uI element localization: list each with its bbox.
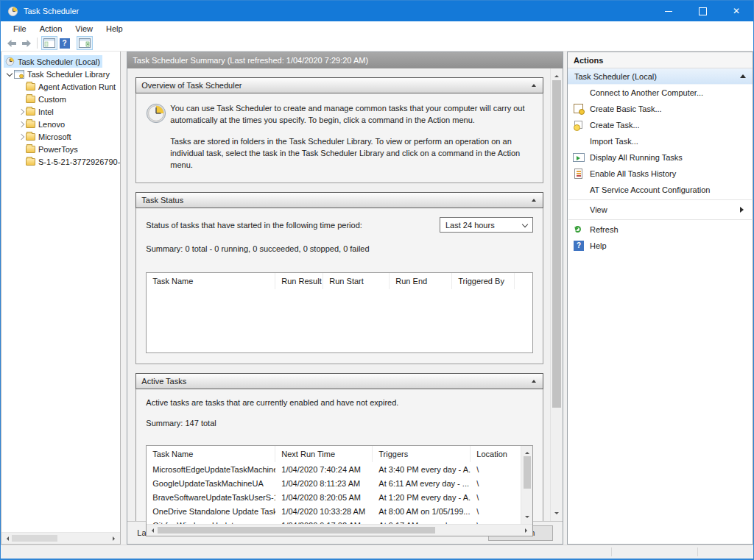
scroll-right-icon[interactable] <box>525 528 529 533</box>
collapse-button[interactable] <box>527 80 540 91</box>
scroll-down-icon[interactable] <box>525 516 529 520</box>
actions-group-header[interactable]: Task Scheduler (Local) <box>568 68 753 85</box>
action-item[interactable]: View <box>568 202 753 218</box>
summary-vertical-scrollbar[interactable] <box>550 68 563 521</box>
tree-item-label: Lenovo <box>38 120 65 129</box>
expander[interactable] <box>4 73 14 76</box>
column-header[interactable]: Triggers <box>373 446 471 462</box>
tree-item-folder[interactable]: Custom <box>1 93 120 105</box>
tree-item-folder[interactable]: Agent Activation Runt <box>1 80 120 93</box>
menu-item[interactable]: File <box>7 24 33 33</box>
show-console-tree-button[interactable] <box>41 36 57 50</box>
tree-item-task-scheduler-library[interactable]: Task Scheduler Library <box>1 68 120 80</box>
task-status-table: Task Name Run Result Run Start Run End T… <box>146 272 533 353</box>
tree-item-task-scheduler-local[interactable]: Task Scheduler (Local) <box>1 55 120 68</box>
window-title: Task Scheduler <box>24 7 79 15</box>
maximize-button[interactable] <box>686 1 719 21</box>
overview-paragraph-2: Tasks are stored in folders in the Task … <box>170 135 532 171</box>
overview-section-header[interactable]: Overview of Task Scheduler <box>135 77 543 93</box>
show-action-pane-button[interactable] <box>77 36 93 50</box>
column-header[interactable]: Run End <box>390 273 452 289</box>
task-status-section-header[interactable]: Task Status <box>135 192 543 208</box>
column-header[interactable]: Run Start <box>323 273 390 289</box>
tree-item-folder[interactable]: Lenovo <box>1 118 120 130</box>
column-header[interactable]: Task Name <box>147 273 275 289</box>
action-item[interactable]: Refresh <box>568 221 753 238</box>
expander[interactable] <box>16 122 26 127</box>
column-header[interactable]: Next Run Time <box>275 446 373 462</box>
action-icon <box>573 119 585 131</box>
scroll-up-icon[interactable] <box>554 73 559 77</box>
scrollbar-thumb[interactable] <box>12 535 57 542</box>
scroll-left-icon[interactable] <box>149 528 154 533</box>
close-button[interactable]: ✕ <box>719 1 753 21</box>
submenu-arrow-icon <box>740 207 747 213</box>
folder-icon <box>26 108 35 116</box>
column-header[interactable]: Triggered By <box>452 273 515 289</box>
table-row[interactable]: GoogleUpdateTaskMachineUA 1/04/2020 8:11… <box>147 476 521 490</box>
collapse-button[interactable] <box>527 195 540 206</box>
summary-header: Task Scheduler Summary (Last refreshed: … <box>127 52 563 68</box>
tree-item-folder[interactable]: PowerToys <box>1 143 120 155</box>
table-row[interactable]: MicrosoftEdgeUpdateTaskMachine... 1/04/2… <box>147 462 521 476</box>
table-horizontal-scrollbar[interactable] <box>147 524 532 536</box>
table-row[interactable]: Git for Windows Updater 1/04/2020 9:17:0… <box>147 518 521 524</box>
folder-icon <box>26 146 35 153</box>
statusbar-divider <box>611 547 612 556</box>
scrollbar-thumb[interactable] <box>552 80 561 408</box>
action-item-wrap: Create Task... <box>568 117 753 133</box>
action-item[interactable]: Enable All Tasks History <box>568 166 753 182</box>
action-item[interactable]: AT Service Account Configuration <box>568 182 753 198</box>
action-icon <box>573 240 585 252</box>
action-item[interactable]: Help <box>568 238 753 254</box>
titlebar: Task Scheduler ✕ <box>1 1 753 21</box>
task-status-section: Task Status Status of tasks that have st… <box>135 192 543 364</box>
scroll-right-icon[interactable] <box>113 536 117 541</box>
cell-triggers: At 8:00 AM on 1/05/199... <box>373 507 471 516</box>
menu-item[interactable]: Action <box>33 24 69 33</box>
action-item[interactable]: Create Basic Task... <box>568 101 753 117</box>
clock-icon <box>5 57 15 66</box>
menu-item[interactable]: Help <box>99 24 130 33</box>
table-row[interactable]: BraveSoftwareUpdateTaskUserS-1-... 1/04/… <box>147 490 521 504</box>
toolbar-separator <box>37 38 38 49</box>
column-header[interactable]: Location <box>471 446 521 462</box>
table-vertical-scrollbar[interactable] <box>521 446 532 524</box>
active-tasks-section-header[interactable]: Active Tasks <box>135 373 543 389</box>
tree-item-folder[interactable]: Intel <box>1 105 120 118</box>
back-arrow-icon[interactable] <box>4 37 19 50</box>
section-title: Active Tasks <box>141 377 186 386</box>
scroll-down-icon[interactable] <box>554 512 559 517</box>
time-period-dropdown[interactable]: Last 24 hours <box>440 217 533 233</box>
toolbar-help-button[interactable] <box>59 36 75 50</box>
tree-horizontal-scrollbar[interactable] <box>1 532 120 544</box>
expander[interactable] <box>16 110 26 114</box>
scroll-up-icon[interactable] <box>525 450 529 454</box>
column-header[interactable]: Task Name <box>147 446 275 462</box>
tree-item-folder[interactable]: Microsoft <box>1 130 120 143</box>
tree-item-label: Task Scheduler Library <box>27 70 110 79</box>
minimize-button[interactable] <box>652 1 686 21</box>
action-item[interactable]: Create Task... <box>568 117 753 133</box>
cell-task-name: MicrosoftEdgeUpdateTaskMachine... <box>147 465 275 474</box>
menu-item[interactable]: View <box>68 24 99 33</box>
action-item-wrap: Create Basic Task... <box>568 101 753 117</box>
tree-item-folder[interactable]: S-1-5-21-3772926790- <box>1 155 120 168</box>
column-header[interactable]: Run Result <box>275 273 323 289</box>
table-row[interactable]: OneDrive Standalone Update Task-... 1/04… <box>147 504 521 518</box>
cell-task-name: BraveSoftwareUpdateTaskUserS-1-... <box>147 493 275 502</box>
scrollbar-thumb[interactable] <box>158 527 435 534</box>
cell-triggers: At 6:11 AM every day - ... <box>373 479 471 488</box>
action-item[interactable]: Display All Running Tasks <box>568 149 753 166</box>
collapse-button[interactable] <box>527 376 540 387</box>
action-item-wrap: Enable All Tasks History <box>568 166 753 182</box>
action-item-wrap: View <box>568 199 753 218</box>
expander[interactable] <box>16 135 26 139</box>
scroll-left-icon[interactable] <box>4 536 9 541</box>
cell-triggers: At 9:17 AM every day - ... <box>373 521 471 525</box>
scrollbar-thumb[interactable] <box>524 456 531 489</box>
action-item[interactable]: Connect to Another Computer... <box>568 85 753 101</box>
action-item[interactable]: Import Task... <box>568 133 753 149</box>
forward-arrow-icon[interactable] <box>19 37 34 50</box>
cell-task-name: Git for Windows Updater <box>147 521 275 525</box>
